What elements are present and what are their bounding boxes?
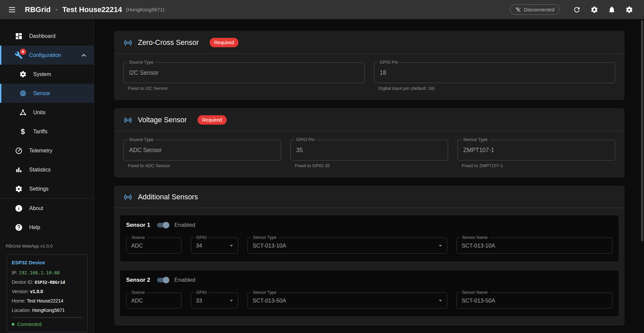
sidebar: Dashboard 6 Configuration System [0, 19, 94, 333]
field-value: ZMPT107-1 [463, 147, 494, 154]
sidebar-item-label: Dashboard [29, 33, 55, 39]
sidebar-item-telemetry[interactable]: Telemetry [0, 141, 94, 160]
device-home-row: Home: Test House22214 [12, 298, 83, 304]
field-label: GPIO Pin [378, 60, 400, 65]
sidebar-item-dashboard[interactable]: Dashboard [0, 26, 94, 46]
sidebar-item-configuration[interactable]: 6 Configuration [0, 46, 94, 65]
sidebar-item-statistics[interactable]: Statistics [0, 160, 94, 179]
field-value: SCT-013-10A [253, 243, 286, 249]
section-body: Source Type I2C Sensor Fixed to I2C Sens… [114, 54, 625, 100]
gpio-select[interactable]: GPIO 34 [191, 238, 238, 254]
device-version-label: Version: [12, 289, 29, 294]
source-type-field: Source Type ADC Sensor [123, 140, 281, 160]
menu-button[interactable] [5, 2, 19, 17]
field-value: 35 [296, 147, 303, 154]
sidebar-item-units[interactable]: Units [0, 103, 94, 122]
device-ip-value: 192.168.1.10:80 [19, 270, 60, 275]
field-label: Sensor Type [462, 137, 489, 143]
bell-icon [608, 6, 616, 14]
field-label: GPIO [195, 235, 208, 240]
field-label: Sensor Type [251, 290, 278, 295]
sidebar-item-settings[interactable]: Settings [0, 179, 94, 198]
sidebar-item-label: About [29, 205, 43, 211]
settings-button[interactable] [622, 2, 637, 17]
notifications-button[interactable] [604, 2, 619, 17]
field-helper: Fixed to ADC Sensor [128, 163, 281, 168]
sensor-state-label: Enabled [174, 222, 195, 228]
gear-icon [15, 185, 23, 193]
sensor-state-label: Enabled [174, 277, 195, 283]
sensor-enabled-toggle[interactable] [157, 223, 168, 227]
display-settings-button[interactable] [587, 2, 602, 17]
field-value: SCT-013-50A [462, 297, 495, 304]
device-location-value: HongKong5671 [32, 308, 65, 313]
device-version-value: v1.0.0 [30, 289, 43, 294]
sensor-name-input[interactable]: Sensor Name SCT-013-50A [457, 292, 612, 309]
section-title: Voltage Sensor [138, 116, 187, 124]
device-location-row: Location: HongKong5671 [12, 307, 83, 314]
main-content: Zero-Cross Sensor Required Source Type I… [95, 19, 644, 333]
sidebar-item-sensor[interactable]: Sensor [0, 84, 94, 103]
sidebar-item-label: Telemetry [29, 148, 52, 154]
field-helper: Fixed to I2C Sensor [128, 86, 365, 91]
sensors-icon [123, 116, 132, 125]
field-helper: Fixed to ZMPT107-1 [462, 163, 615, 168]
dropdown-arrow-icon [228, 297, 235, 304]
field-column: GPIO Pin 35 Fixed to GPIO 35 [290, 140, 448, 168]
sensor-type-select[interactable]: Sensor Type SCT-013-50A [248, 292, 447, 309]
sensors-icon [123, 38, 132, 47]
refresh-button[interactable] [570, 2, 584, 17]
field-helper: Fixed to GPIO 35 [295, 163, 448, 168]
section-title: Zero-Cross Sensor [138, 39, 199, 47]
device-id-label: Device ID: [12, 279, 34, 285]
sidebar-item-tariffs[interactable]: $ Tariffs [0, 122, 94, 141]
chevron-up-icon [80, 51, 88, 59]
bar-chart-icon [15, 166, 23, 174]
gpio-select[interactable]: GPIO 33 [191, 292, 238, 309]
device-location-label: Location: [12, 308, 31, 313]
sensor-type-field: Sensor Type ZMPT107-1 [458, 140, 615, 160]
dropdown-arrow-icon [437, 242, 444, 249]
source-field: Source ADC [126, 292, 181, 309]
toggle-thumb [163, 277, 169, 283]
field-helper: Digital input pin (default: 18) [378, 86, 615, 91]
field-column: Source Type I2C Sensor Fixed to I2C Sens… [123, 62, 365, 91]
sidebar-item-label: Settings [29, 186, 49, 192]
sensor-name-label: Sensor 1 [126, 222, 150, 228]
device-ip-label: IP: [12, 270, 17, 275]
field-value: I2C Sensor [129, 69, 159, 76]
sensor-enabled-toggle[interactable] [157, 278, 168, 282]
field-label: Sensor Type [251, 235, 278, 240]
hub-icon [19, 109, 27, 117]
sensor-type-select[interactable]: Sensor Type SCT-013-10A [248, 238, 447, 254]
speedometer-icon [15, 147, 23, 155]
field-label: Sensor Name [460, 290, 489, 295]
voltage-sensor-section: Voltage Sensor Required Source Type ADC … [114, 108, 625, 178]
required-chip: Required [210, 38, 239, 47]
sidebar-item-help[interactable]: Help [0, 218, 94, 237]
field-value: SCT-013-50A [253, 297, 286, 304]
section-title: Additional Sensors [138, 193, 198, 201]
field-value: 18 [380, 69, 386, 76]
section-header: Zero-Cross Sensor Required [114, 31, 625, 53]
app-brand: RBGrid [25, 5, 51, 14]
gpio-pin-field: GPIO Pin 18 [374, 62, 615, 83]
main-scrollbar[interactable] [641, 19, 644, 333]
sensor-name-input[interactable]: Sensor Name SCT-013-10A [457, 238, 612, 254]
sidebar-item-about[interactable]: About [0, 199, 94, 218]
gpio-pin-field: GPIO Pin 35 [290, 140, 448, 160]
connection-status-label: Disconnected [524, 7, 554, 12]
refresh-icon [573, 6, 581, 14]
sidebar-item-label: Statistics [29, 167, 51, 173]
field-label: Source [130, 235, 147, 240]
sidebar-item-system[interactable]: System [0, 65, 94, 84]
section-header: Additional Sensors [114, 186, 625, 208]
source-field: Source ADC [126, 238, 181, 254]
sensors-icon [123, 193, 132, 202]
scrollbar-thumb[interactable] [641, 20, 643, 241]
device-id-row: Device ID: ESP32-RBGrid [12, 279, 83, 285]
section-body: Sensor 1 Enabled Source ADC GPIO 34 [114, 208, 625, 326]
dollar-icon: $ [19, 128, 27, 136]
wifi-off-icon [515, 6, 521, 13]
sensor-2-card: Sensor 2 Enabled Source ADC GPIO 33 [120, 270, 619, 316]
